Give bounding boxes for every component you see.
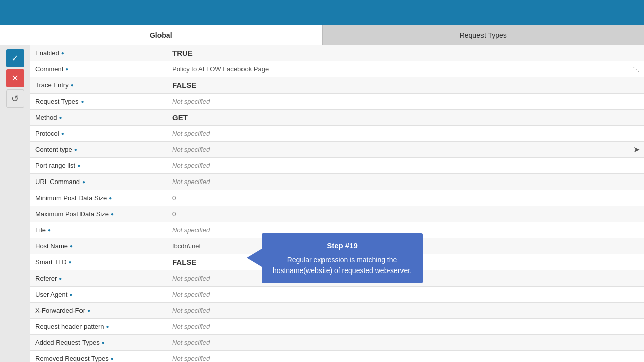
form-row-removed-request-types: Removed Request Types●Not specified <box>30 351 644 362</box>
field-label-referer: Referer● <box>30 270 166 286</box>
form-row-url-command: URL Command●Not specified <box>30 174 644 190</box>
value-text-request-types: Not specified <box>172 98 210 105</box>
label-text-comment: Comment <box>35 65 63 73</box>
field-label-smart-tld: Smart TLD● <box>30 254 166 270</box>
field-label-request-types: Request Types● <box>30 94 166 109</box>
label-text-removed-request-types: Removed Request Types <box>35 355 109 362</box>
field-label-enabled: Enabled● <box>30 45 166 61</box>
info-icon-min-post-data-size[interactable]: ● <box>109 195 112 201</box>
field-label-method: Method● <box>30 110 166 125</box>
field-label-content-type: Content type● <box>30 142 166 157</box>
info-icon-max-post-data-size[interactable]: ● <box>111 211 114 217</box>
form-row-enabled: Enabled●TRUE <box>30 45 644 61</box>
label-text-host-name: Host Name <box>35 242 68 250</box>
value-text-method: GET <box>172 113 188 122</box>
field-label-url-command: URL Command● <box>30 174 166 190</box>
info-icon-url-command[interactable]: ● <box>82 179 85 185</box>
action-buttons: ✓ ✕ ↺ <box>0 45 30 362</box>
check-button[interactable]: ✓ <box>6 49 24 67</box>
field-value-comment: Policy to ALLOW Facebook Page⋱ <box>166 61 644 77</box>
info-icon-trace-entry[interactable]: ● <box>71 82 74 88</box>
field-value-url-command: Not specified <box>166 174 644 190</box>
value-text-comment: Policy to ALLOW Facebook Page <box>172 65 269 73</box>
label-text-trace-entry: Trace Entry <box>35 81 69 89</box>
form-row-max-post-data-size: Maximum Post Data Size●0 <box>30 206 644 222</box>
field-label-max-post-data-size: Maximum Post Data Size● <box>30 206 166 222</box>
info-icon-removed-request-types[interactable]: ● <box>111 356 114 361</box>
value-text-request-header-pattern: Not specified <box>172 323 210 330</box>
info-icon-protocol[interactable]: ● <box>61 131 64 136</box>
field-label-x-forwarded-for: X-Forwarded-For● <box>30 303 166 318</box>
info-icon-file[interactable]: ● <box>48 227 51 233</box>
info-icon-enabled[interactable]: ● <box>61 50 64 56</box>
form-row-request-header-pattern: Request header pattern●Not specified <box>30 319 644 335</box>
label-text-referer: Referer <box>35 275 57 282</box>
form-area: Enabled●TRUEComment●Policy to ALLOW Face… <box>30 45 644 362</box>
info-icon-referer[interactable]: ● <box>59 276 62 281</box>
value-text-removed-request-types: Not specified <box>172 355 210 362</box>
form-row-protocol: Protocol●Not specified <box>30 126 644 142</box>
info-icon-added-request-types[interactable]: ● <box>102 340 105 345</box>
field-value-user-agent: Not specified <box>166 287 644 302</box>
label-text-protocol: Protocol <box>35 130 59 137</box>
value-text-file: Not specified <box>172 226 210 234</box>
tab-global[interactable]: Global <box>0 25 323 45</box>
label-text-method: Method <box>35 114 57 121</box>
field-value-request-header-pattern: Not specified <box>166 319 644 334</box>
value-text-protocol: Not specified <box>172 130 210 137</box>
info-icon-request-types[interactable]: ● <box>80 99 84 104</box>
callout-arrow <box>247 249 262 267</box>
info-icon-content-type[interactable]: ● <box>74 147 77 152</box>
field-value-max-post-data-size: 0 <box>166 206 644 222</box>
send-icon-content-type[interactable]: ➤ <box>633 145 640 154</box>
label-text-url-command: URL Command <box>35 178 80 186</box>
field-label-request-header-pattern: Request header pattern● <box>30 319 166 334</box>
value-text-x-forwarded-for: Not specified <box>172 307 210 314</box>
field-label-added-request-types: Added Request Types● <box>30 335 166 350</box>
info-icon-smart-tld[interactable]: ● <box>69 259 72 265</box>
info-icon-x-forwarded-for[interactable]: ● <box>87 308 90 313</box>
callout-step: Step #19 <box>272 240 413 252</box>
form-row-added-request-types: Added Request Types●Not specified <box>30 335 644 351</box>
label-text-port-range-list: Port range list <box>35 162 75 169</box>
info-icon-user-agent[interactable]: ● <box>69 292 72 297</box>
label-text-request-header-pattern: Request header pattern <box>35 323 104 330</box>
value-text-min-post-data-size: 0 <box>172 194 176 202</box>
value-text-max-post-data-size: 0 <box>172 210 176 218</box>
tab-request-types[interactable]: Request Types <box>323 25 645 45</box>
info-icon-request-header-pattern[interactable]: ● <box>106 324 109 329</box>
value-text-trace-entry: FALSE <box>172 81 196 89</box>
label-text-max-post-data-size: Maximum Post Data Size <box>35 210 109 218</box>
field-label-min-post-data-size: Minimum Post Data Size● <box>30 190 166 206</box>
info-icon-comment[interactable]: ● <box>65 66 68 72</box>
form-row-min-post-data-size: Minimum Post Data Size●0 <box>30 190 644 206</box>
field-value-min-post-data-size: 0 <box>166 190 644 206</box>
tab-global-label: Global <box>150 31 172 39</box>
tab-bar: Global Request Types <box>0 25 644 45</box>
edit-icon-comment[interactable]: ⋱ <box>633 65 640 73</box>
field-value-x-forwarded-for: Not specified <box>166 303 644 318</box>
field-value-host-name: fbcdn\.netStep #19Regular expression is … <box>166 238 644 254</box>
value-text-url-command: Not specified <box>172 178 210 186</box>
field-value-trace-entry: FALSE <box>166 77 644 93</box>
info-icon-port-range-list[interactable]: ● <box>77 163 80 168</box>
form-row-user-agent: User Agent●Not specified <box>30 287 644 303</box>
form-row-host-name: Host Name●fbcdn\.netStep #19Regular expr… <box>30 238 644 254</box>
info-icon-method[interactable]: ● <box>59 115 62 120</box>
field-value-request-types: Not specified <box>166 94 644 109</box>
info-icon-host-name[interactable]: ● <box>70 243 73 249</box>
tab-request-types-label: Request Types <box>460 31 507 39</box>
value-text-added-request-types: Not specified <box>172 339 210 346</box>
field-label-protocol: Protocol● <box>30 126 166 141</box>
close-button[interactable]: ✕ <box>6 69 24 87</box>
label-text-smart-tld: Smart TLD <box>35 258 67 266</box>
reset-button[interactable]: ↺ <box>6 89 24 108</box>
value-text-host-name: fbcdn\.net <box>172 242 201 250</box>
field-label-user-agent: User Agent● <box>30 287 166 302</box>
value-text-smart-tld: FALSE <box>172 258 196 266</box>
form-row-request-types: Request Types●Not specified <box>30 94 644 110</box>
form-row-port-range-list: Port range list●Not specified <box>30 158 644 174</box>
field-value-enabled: TRUE <box>166 45 644 61</box>
field-label-host-name: Host Name● <box>30 238 166 254</box>
value-text-enabled: TRUE <box>172 49 193 57</box>
